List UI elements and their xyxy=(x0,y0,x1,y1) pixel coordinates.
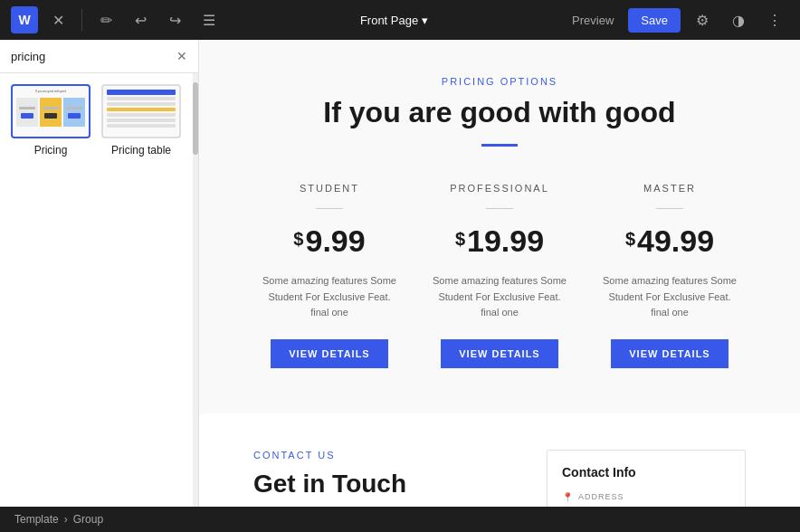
pricing-col-master: MASTER $ 49.99 Some amazing features Som… xyxy=(594,174,746,377)
pricing-columns: STUDENT $ 9.99 Some amazing features Som… xyxy=(253,174,746,377)
master-tier-name: MASTER xyxy=(603,183,737,194)
contact-us-label: CONTACT US xyxy=(253,450,510,461)
main-layout: ✕ If you are good with good xyxy=(0,40,800,507)
professional-view-details-button[interactable]: VIEW DETAILS xyxy=(441,339,557,368)
page-title-selector[interactable]: Front Page ▾ xyxy=(360,14,428,27)
professional-tier-name: PROFESSIONAL xyxy=(433,183,567,194)
page-title-chevron: ▾ xyxy=(422,14,428,27)
close-button[interactable]: ✕ xyxy=(43,5,72,34)
student-tier-name: STUDENT xyxy=(262,183,396,194)
footer-bar: Template › Group xyxy=(0,507,800,532)
student-description: Some amazing features Some Student For E… xyxy=(262,273,396,321)
sidebar-scroll-wrapper: If you are good with good xyxy=(0,73,198,507)
pricing-headline: If you are good with good xyxy=(253,96,746,129)
master-view-details-button[interactable]: VIEW DETAILS xyxy=(611,339,728,368)
search-input[interactable] xyxy=(11,50,169,63)
toolbar-right: Preview Save ⚙ ◑ ⋮ xyxy=(565,5,789,34)
more-button[interactable]: ⋮ xyxy=(760,5,789,34)
toolbar-separator-1 xyxy=(81,9,82,31)
master-tier-divider xyxy=(656,208,683,209)
sidebar: ✕ If you are good with good xyxy=(0,40,199,507)
wp-logo-text: W xyxy=(18,13,30,27)
location-icon: 📍 xyxy=(562,492,573,502)
master-description: Some amazing features Some Student For E… xyxy=(603,273,737,321)
contact-info-address-item: 📍 ADDRESS 111 San Francisco, West, USA xyxy=(562,492,730,507)
contact-info-box: Contact Info 📍 ADDRESS 111 San Francisco… xyxy=(547,450,746,507)
sidebar-search-bar: ✕ xyxy=(0,40,198,73)
undo-button[interactable]: ↩ xyxy=(126,5,155,34)
pricing-table-thumbnail xyxy=(101,84,181,138)
contact-headline: Get in Touch xyxy=(253,470,510,499)
settings-button[interactable]: ⚙ xyxy=(688,5,717,34)
address-label: ADDRESS xyxy=(578,492,624,501)
pricing-section: PRICING OPTIONS If you are good with goo… xyxy=(199,40,800,413)
save-button[interactable]: Save xyxy=(628,8,681,33)
footer-template-link[interactable]: Template xyxy=(14,513,59,526)
sidebar-scrollbar[interactable] xyxy=(193,73,198,507)
master-currency: $ xyxy=(625,229,635,250)
pricing-table-block-label: Pricing table xyxy=(111,144,171,157)
pricing-col-student: STUDENT $ 9.99 Some amazing features Som… xyxy=(253,174,405,377)
pricing-block-label: Pricing xyxy=(34,144,68,157)
redo-button[interactable]: ↪ xyxy=(160,5,189,34)
search-clear-button[interactable]: ✕ xyxy=(176,49,187,63)
pricing-options-label: PRICING OPTIONS xyxy=(253,76,746,87)
master-price-value: 49.99 xyxy=(637,223,714,259)
student-tier-divider xyxy=(316,208,343,209)
pricing-thumbnail: If you are good with good xyxy=(11,84,90,138)
contact-info-address-row: 📍 ADDRESS xyxy=(562,492,730,502)
sidebar-item-pricing-table[interactable]: Pricing table xyxy=(101,84,181,157)
student-price: $ 9.99 xyxy=(262,223,396,259)
student-price-value: 9.99 xyxy=(305,223,365,259)
sidebar-scrollbar-thumb xyxy=(193,82,198,155)
toolbar-center: Front Page ▾ xyxy=(229,14,559,27)
professional-tier-divider xyxy=(486,208,513,209)
contact-section: CONTACT US Get in Touch Just send us you… xyxy=(199,413,800,507)
edit-button[interactable]: ✏ xyxy=(91,5,120,34)
theme-button[interactable]: ◑ xyxy=(724,5,753,34)
toolbar: W ✕ ✏ ↩ ↪ ☰ Front Page ▾ Preview Save ⚙ … xyxy=(0,0,800,40)
contact-info-title: Contact Info xyxy=(562,465,730,480)
wp-logo[interactable]: W xyxy=(11,6,38,33)
canvas-content: PRICING OPTIONS If you are good with goo… xyxy=(199,40,800,507)
list-view-button[interactable]: ☰ xyxy=(195,5,224,34)
pricing-col-professional: PROFESSIONAL $ 19.99 Some amazing featur… xyxy=(424,174,576,377)
professional-price: $ 19.99 xyxy=(433,223,567,259)
professional-price-value: 19.99 xyxy=(467,223,544,259)
contact-left-panel: CONTACT US Get in Touch Just send us you… xyxy=(253,450,510,507)
student-view-details-button[interactable]: VIEW DETAILS xyxy=(271,339,387,368)
footer-arrow: › xyxy=(64,513,68,526)
footer-group-link[interactable]: Group xyxy=(73,513,103,526)
sidebar-blocks-list: If you are good with good xyxy=(0,73,198,507)
canvas-area: PRICING OPTIONS If you are good with goo… xyxy=(199,40,800,507)
master-price: $ 49.99 xyxy=(603,223,737,259)
student-currency: $ xyxy=(293,229,303,250)
sidebar-item-pricing[interactable]: If you are good with good xyxy=(11,84,90,157)
professional-description: Some amazing features Some Student For E… xyxy=(433,273,567,321)
page-title-text: Front Page xyxy=(360,14,418,27)
professional-currency: $ xyxy=(455,229,465,250)
pricing-divider xyxy=(481,144,518,147)
preview-button[interactable]: Preview xyxy=(565,10,621,31)
